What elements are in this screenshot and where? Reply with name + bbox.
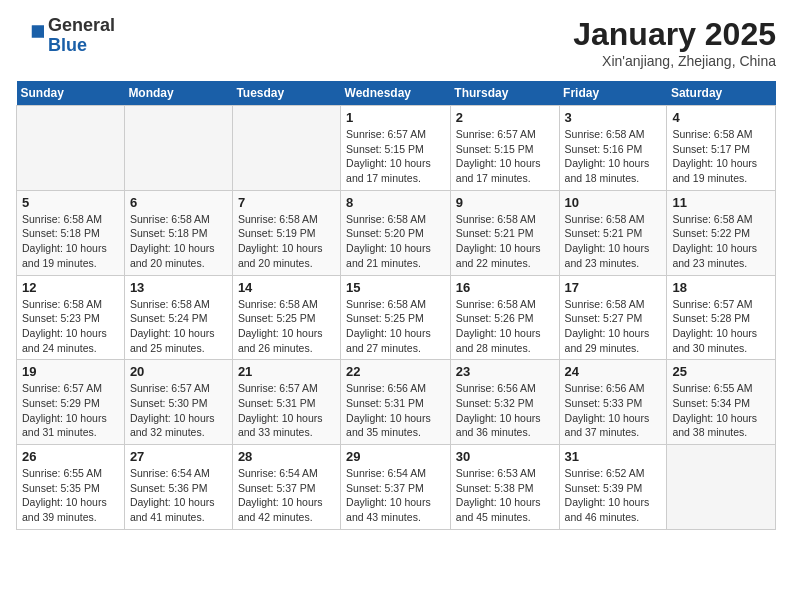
day-number: 15 <box>346 280 445 295</box>
calendar-header: General Blue January 2025 Xin'anjiang, Z… <box>16 16 776 69</box>
day-number: 5 <box>22 195 119 210</box>
day-info: Sunrise: 6:58 AM Sunset: 5:18 PM Dayligh… <box>22 212 119 271</box>
day-info: Sunrise: 6:57 AM Sunset: 5:15 PM Dayligh… <box>346 127 445 186</box>
day-cell: 4Sunrise: 6:58 AM Sunset: 5:17 PM Daylig… <box>667 106 776 191</box>
day-cell: 7Sunrise: 6:58 AM Sunset: 5:19 PM Daylig… <box>232 190 340 275</box>
day-number: 22 <box>346 364 445 379</box>
day-info: Sunrise: 6:55 AM Sunset: 5:35 PM Dayligh… <box>22 466 119 525</box>
day-info: Sunrise: 6:58 AM Sunset: 5:27 PM Dayligh… <box>565 297 662 356</box>
weekday-sunday: Sunday <box>17 81 125 106</box>
day-cell: 3Sunrise: 6:58 AM Sunset: 5:16 PM Daylig… <box>559 106 667 191</box>
weekday-tuesday: Tuesday <box>232 81 340 106</box>
day-number: 21 <box>238 364 335 379</box>
day-number: 20 <box>130 364 227 379</box>
day-info: Sunrise: 6:54 AM Sunset: 5:37 PM Dayligh… <box>238 466 335 525</box>
day-cell <box>232 106 340 191</box>
day-number: 11 <box>672 195 770 210</box>
day-cell: 19Sunrise: 6:57 AM Sunset: 5:29 PM Dayli… <box>17 360 125 445</box>
day-cell: 31Sunrise: 6:52 AM Sunset: 5:39 PM Dayli… <box>559 445 667 530</box>
day-number: 2 <box>456 110 554 125</box>
day-cell <box>124 106 232 191</box>
day-number: 24 <box>565 364 662 379</box>
day-cell: 24Sunrise: 6:56 AM Sunset: 5:33 PM Dayli… <box>559 360 667 445</box>
day-info: Sunrise: 6:57 AM Sunset: 5:28 PM Dayligh… <box>672 297 770 356</box>
day-number: 16 <box>456 280 554 295</box>
day-number: 26 <box>22 449 119 464</box>
day-cell: 23Sunrise: 6:56 AM Sunset: 5:32 PM Dayli… <box>450 360 559 445</box>
week-row-2: 5Sunrise: 6:58 AM Sunset: 5:18 PM Daylig… <box>17 190 776 275</box>
day-cell: 5Sunrise: 6:58 AM Sunset: 5:18 PM Daylig… <box>17 190 125 275</box>
weekday-header-row: SundayMondayTuesdayWednesdayThursdayFrid… <box>17 81 776 106</box>
day-cell <box>667 445 776 530</box>
week-row-1: 1Sunrise: 6:57 AM Sunset: 5:15 PM Daylig… <box>17 106 776 191</box>
day-info: Sunrise: 6:54 AM Sunset: 5:36 PM Dayligh… <box>130 466 227 525</box>
day-info: Sunrise: 6:56 AM Sunset: 5:32 PM Dayligh… <box>456 381 554 440</box>
day-cell: 17Sunrise: 6:58 AM Sunset: 5:27 PM Dayli… <box>559 275 667 360</box>
day-number: 4 <box>672 110 770 125</box>
day-number: 18 <box>672 280 770 295</box>
logo-text: General Blue <box>48 16 115 56</box>
day-cell: 9Sunrise: 6:58 AM Sunset: 5:21 PM Daylig… <box>450 190 559 275</box>
day-info: Sunrise: 6:56 AM Sunset: 5:31 PM Dayligh… <box>346 381 445 440</box>
day-info: Sunrise: 6:58 AM Sunset: 5:21 PM Dayligh… <box>565 212 662 271</box>
day-number: 9 <box>456 195 554 210</box>
day-cell: 21Sunrise: 6:57 AM Sunset: 5:31 PM Dayli… <box>232 360 340 445</box>
calendar-subtitle: Xin'anjiang, Zhejiang, China <box>573 53 776 69</box>
day-info: Sunrise: 6:53 AM Sunset: 5:38 PM Dayligh… <box>456 466 554 525</box>
logo-icon <box>16 22 44 50</box>
day-cell: 26Sunrise: 6:55 AM Sunset: 5:35 PM Dayli… <box>17 445 125 530</box>
day-cell: 12Sunrise: 6:58 AM Sunset: 5:23 PM Dayli… <box>17 275 125 360</box>
day-info: Sunrise: 6:58 AM Sunset: 5:22 PM Dayligh… <box>672 212 770 271</box>
day-info: Sunrise: 6:54 AM Sunset: 5:37 PM Dayligh… <box>346 466 445 525</box>
day-number: 3 <box>565 110 662 125</box>
day-number: 17 <box>565 280 662 295</box>
week-row-3: 12Sunrise: 6:58 AM Sunset: 5:23 PM Dayli… <box>17 275 776 360</box>
day-cell: 6Sunrise: 6:58 AM Sunset: 5:18 PM Daylig… <box>124 190 232 275</box>
day-info: Sunrise: 6:56 AM Sunset: 5:33 PM Dayligh… <box>565 381 662 440</box>
day-number: 6 <box>130 195 227 210</box>
day-cell: 20Sunrise: 6:57 AM Sunset: 5:30 PM Dayli… <box>124 360 232 445</box>
day-info: Sunrise: 6:57 AM Sunset: 5:31 PM Dayligh… <box>238 381 335 440</box>
day-number: 8 <box>346 195 445 210</box>
day-number: 19 <box>22 364 119 379</box>
day-info: Sunrise: 6:58 AM Sunset: 5:26 PM Dayligh… <box>456 297 554 356</box>
calendar-title: January 2025 <box>573 16 776 53</box>
day-cell: 11Sunrise: 6:58 AM Sunset: 5:22 PM Dayli… <box>667 190 776 275</box>
day-info: Sunrise: 6:58 AM Sunset: 5:25 PM Dayligh… <box>346 297 445 356</box>
day-number: 14 <box>238 280 335 295</box>
day-cell: 30Sunrise: 6:53 AM Sunset: 5:38 PM Dayli… <box>450 445 559 530</box>
weekday-wednesday: Wednesday <box>341 81 451 106</box>
day-number: 29 <box>346 449 445 464</box>
day-info: Sunrise: 6:58 AM Sunset: 5:21 PM Dayligh… <box>456 212 554 271</box>
day-number: 1 <box>346 110 445 125</box>
logo: General Blue <box>16 16 115 56</box>
day-cell <box>17 106 125 191</box>
day-number: 12 <box>22 280 119 295</box>
calendar-body: 1Sunrise: 6:57 AM Sunset: 5:15 PM Daylig… <box>17 106 776 530</box>
day-number: 7 <box>238 195 335 210</box>
logo-general: General <box>48 15 115 35</box>
day-info: Sunrise: 6:58 AM Sunset: 5:23 PM Dayligh… <box>22 297 119 356</box>
day-cell: 13Sunrise: 6:58 AM Sunset: 5:24 PM Dayli… <box>124 275 232 360</box>
day-number: 30 <box>456 449 554 464</box>
weekday-monday: Monday <box>124 81 232 106</box>
day-info: Sunrise: 6:55 AM Sunset: 5:34 PM Dayligh… <box>672 381 770 440</box>
day-number: 27 <box>130 449 227 464</box>
week-row-5: 26Sunrise: 6:55 AM Sunset: 5:35 PM Dayli… <box>17 445 776 530</box>
day-info: Sunrise: 6:58 AM Sunset: 5:19 PM Dayligh… <box>238 212 335 271</box>
day-info: Sunrise: 6:57 AM Sunset: 5:30 PM Dayligh… <box>130 381 227 440</box>
day-cell: 25Sunrise: 6:55 AM Sunset: 5:34 PM Dayli… <box>667 360 776 445</box>
weekday-thursday: Thursday <box>450 81 559 106</box>
day-info: Sunrise: 6:58 AM Sunset: 5:18 PM Dayligh… <box>130 212 227 271</box>
day-number: 31 <box>565 449 662 464</box>
day-cell: 22Sunrise: 6:56 AM Sunset: 5:31 PM Dayli… <box>341 360 451 445</box>
day-number: 28 <box>238 449 335 464</box>
svg-marker-1 <box>32 25 44 37</box>
day-number: 25 <box>672 364 770 379</box>
calendar-table: SundayMondayTuesdayWednesdayThursdayFrid… <box>16 81 776 530</box>
day-cell: 10Sunrise: 6:58 AM Sunset: 5:21 PM Dayli… <box>559 190 667 275</box>
day-cell: 14Sunrise: 6:58 AM Sunset: 5:25 PM Dayli… <box>232 275 340 360</box>
day-cell: 18Sunrise: 6:57 AM Sunset: 5:28 PM Dayli… <box>667 275 776 360</box>
day-number: 23 <box>456 364 554 379</box>
day-cell: 16Sunrise: 6:58 AM Sunset: 5:26 PM Dayli… <box>450 275 559 360</box>
